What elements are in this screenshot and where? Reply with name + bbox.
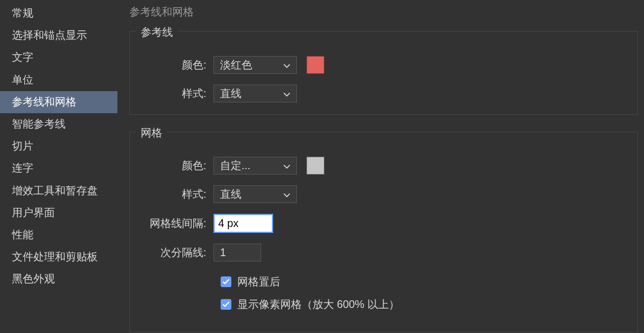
pixel-grid-label[interactable]: 显示像素网格（放大 600% 以上）	[237, 297, 400, 312]
grid-color-swatch[interactable]	[306, 157, 324, 175]
grid-back-label[interactable]: 网格置后	[237, 275, 280, 289]
chevron-down-icon	[283, 188, 290, 201]
check-icon	[222, 301, 230, 307]
sidebar-item-user-interface[interactable]: 用户界面	[0, 202, 117, 224]
sidebar-item-hyphenation[interactable]: 连字	[0, 157, 117, 179]
sidebar-item-type[interactable]: 文字	[0, 46, 117, 69]
grid-style-select[interactable]: 直线	[213, 185, 297, 203]
guides-style-label: 样式:	[144, 86, 213, 101]
sidebar-item-performance[interactable]: 性能	[0, 224, 117, 246]
guides-legend: 参考线	[136, 25, 178, 39]
grid-group: 网格 颜色: 自定... 样式: 直线 网格线间隔: 4 p	[129, 132, 638, 332]
guides-group: 参考线 颜色: 淡红色 样式: 直线	[129, 31, 638, 115]
guides-color-label: 颜色:	[144, 58, 213, 72]
guides-color-select[interactable]: 淡红色	[213, 56, 297, 74]
guides-style-select[interactable]: 直线	[213, 85, 297, 102]
sidebar-item-selection-anchor[interactable]: 选择和锚点显示	[0, 24, 117, 46]
grid-back-checkbox[interactable]	[221, 276, 231, 287]
gridline-spacing-label: 网格线间隔:	[144, 216, 213, 231]
sidebar-item-slices[interactable]: 切片	[0, 135, 117, 157]
chevron-down-icon	[283, 160, 290, 172]
grid-style-label: 样式:	[144, 187, 213, 201]
gridline-spacing-input[interactable]: 4 px	[213, 214, 273, 233]
sidebar-item-file-clipboard[interactable]: 文件处理和剪贴板	[0, 246, 117, 268]
sidebar-item-black-appearance[interactable]: 黑色外观	[0, 268, 117, 290]
grid-legend: 网格	[136, 126, 167, 140]
guides-color-value: 淡红色	[220, 58, 252, 72]
page-title: 参考线和网格	[129, 5, 644, 19]
guides-color-swatch[interactable]	[306, 56, 324, 74]
chevron-down-icon	[283, 59, 290, 71]
sidebar-item-units[interactable]: 单位	[0, 69, 117, 91]
grid-color-select[interactable]: 自定...	[213, 157, 297, 175]
sidebar-item-general[interactable]: 常规	[0, 2, 117, 24]
sidebar-item-plugins-scratch[interactable]: 增效工具和暂存盘	[0, 180, 117, 202]
grid-style-value: 直线	[220, 187, 242, 201]
check-icon	[222, 279, 230, 285]
preferences-main: 参考线和网格 参考线 颜色: 淡红色 样式: 直线 网格	[117, 0, 644, 333]
preferences-sidebar: 常规 选择和锚点显示 文字 单位 参考线和网格 智能参考线 切片 连字 增效工具…	[0, 0, 117, 333]
grid-color-label: 颜色:	[144, 158, 213, 173]
chevron-down-icon	[283, 88, 290, 100]
subdivider-input[interactable]: 1	[213, 244, 261, 262]
pixel-grid-checkbox[interactable]	[221, 299, 231, 310]
guides-style-value: 直线	[220, 86, 242, 101]
sidebar-item-smart-guides[interactable]: 智能参考线	[0, 113, 117, 135]
sidebar-item-guides-grid[interactable]: 参考线和网格	[0, 91, 117, 113]
subdivider-label: 次分隔线:	[144, 245, 213, 260]
grid-color-value: 自定...	[220, 158, 250, 173]
